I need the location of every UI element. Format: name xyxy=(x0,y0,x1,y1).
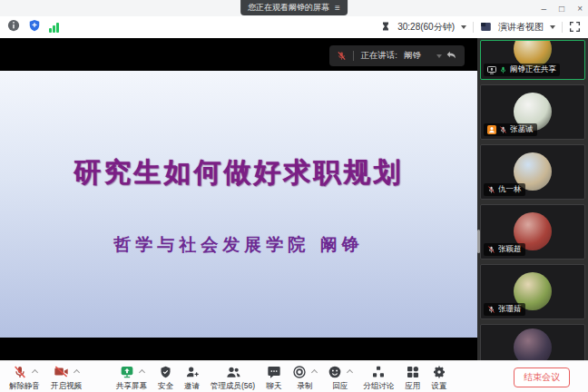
toolbar-item-label: 开启视频 xyxy=(51,381,82,392)
participant-name: 阚铮正在共享 xyxy=(510,64,556,75)
control-bar: 30:28(60分钟) 演讲者视图 xyxy=(0,16,588,38)
speaker-name: 阚铮 xyxy=(404,50,421,62)
sidebar-scrollbar[interactable] xyxy=(477,230,480,253)
toolbar-item-chat[interactable]: 聊天 xyxy=(260,364,287,392)
toolbar-item-label: 管理成员(56) xyxy=(211,381,255,392)
toolbar-item-settings[interactable]: 设置 xyxy=(426,364,452,392)
participant-label: 阚铮正在共享 xyxy=(484,64,560,76)
toolbar-item-members[interactable]: 管理成员(56) xyxy=(205,364,260,392)
watching-title: 您正在观看阚铮的屏幕 xyxy=(248,2,329,14)
caret-up-icon[interactable] xyxy=(311,369,318,376)
participant-list: 阚铮正在共享 张菡诚 xyxy=(480,40,585,360)
participant-tile[interactable]: 张颖超 xyxy=(480,204,585,260)
speaking-banner: 正在讲话: 阚铮 xyxy=(329,45,465,66)
toolbar-item-breakout[interactable]: 分组讨论 xyxy=(358,364,399,392)
apps-icon xyxy=(406,365,420,379)
meeting-info-icon[interactable] xyxy=(7,19,20,35)
toolbar-item-apps[interactable]: 应用 xyxy=(399,364,426,392)
collapse-arrow-icon[interactable] xyxy=(446,48,457,64)
maximize-button[interactable]: □ xyxy=(559,4,564,14)
toolbar-item-label: 回应 xyxy=(332,381,348,392)
dim-toggle-icon xyxy=(436,54,442,58)
security-shield-icon[interactable] xyxy=(28,19,41,35)
caret-up-icon[interactable] xyxy=(74,369,80,376)
participant-tile[interactable]: 阚铮正在共享 xyxy=(480,40,585,80)
participant-name: 张珊婧 xyxy=(498,304,522,315)
participant-tile[interactable] xyxy=(480,324,585,360)
participant-label: 张菡诚 xyxy=(484,123,537,136)
minimize-button[interactable]: – xyxy=(542,4,547,14)
participant-label: 张颖超 xyxy=(484,243,525,256)
record-icon xyxy=(292,365,307,379)
camera-muted-icon xyxy=(54,365,69,378)
speaking-label: 正在讲话: xyxy=(360,50,397,62)
view-dropdown-icon[interactable] xyxy=(550,25,555,29)
mic-muted-icon xyxy=(337,48,347,64)
toolbar-item-record[interactable]: 录制 xyxy=(287,364,322,392)
invite-icon xyxy=(185,365,200,379)
watching-banner[interactable]: 您正在观看阚铮的屏幕 ≡ xyxy=(240,0,348,15)
toolbar-item-shield[interactable]: 安全 xyxy=(152,364,179,392)
toolbar-item-label: 分组讨论 xyxy=(363,381,394,392)
caret-up-icon[interactable] xyxy=(347,369,353,376)
meeting-timer[interactable]: 30:28(60分钟) xyxy=(397,21,455,34)
slide-title: 研究生如何做好求职规划 xyxy=(0,154,477,191)
hourglass-icon xyxy=(380,21,391,34)
breakout-icon xyxy=(371,365,386,379)
toolbar-items: 解除静音 开启视频 共享屏幕 安全 邀请 管理成员(56) xyxy=(4,364,452,392)
avatar xyxy=(514,328,552,360)
toolbar-item-label: 安全 xyxy=(158,381,173,392)
mic-muted-icon xyxy=(487,185,495,194)
reaction-icon xyxy=(328,365,342,379)
toolbar-item-label: 解除静音 xyxy=(9,381,40,392)
toolbar-item-screen-share[interactable]: 共享屏幕 xyxy=(111,364,152,392)
toolbar-item-invite[interactable]: 邀请 xyxy=(179,364,205,392)
toolbar-item-reaction[interactable]: 回应 xyxy=(322,364,358,392)
participant-label: 张珊婧 xyxy=(484,303,525,316)
host-icon xyxy=(487,125,496,134)
shield-icon xyxy=(159,365,172,379)
meeting-window: 您正在观看阚铮的屏幕 ≡ – □ × 30:28(60分钟) xyxy=(0,0,588,392)
toolbar-item-label: 应用 xyxy=(405,381,420,392)
toolbar-item-label: 共享屏幕 xyxy=(116,381,147,392)
settings-icon xyxy=(432,365,446,379)
mic-on-icon xyxy=(499,65,507,74)
members-icon xyxy=(225,365,241,379)
participant-tile[interactable]: 张菡诚 xyxy=(480,84,585,140)
list-menu-icon[interactable]: ≡ xyxy=(335,4,340,13)
screen-share-icon xyxy=(120,365,134,379)
end-meeting-button[interactable]: 结束会议 xyxy=(514,368,570,387)
toolbar-item-label: 设置 xyxy=(431,381,446,392)
shared-slide: 研究生如何做好求职规划 哲学与社会发展学院 阚铮 xyxy=(0,71,477,338)
participant-name: 仇一林 xyxy=(498,184,522,195)
caret-up-icon[interactable] xyxy=(138,369,144,376)
title-bar: 您正在观看阚铮的屏幕 ≡ – □ × xyxy=(0,0,588,16)
mic-muted-icon xyxy=(13,365,27,379)
toolbar-item-label: 聊天 xyxy=(266,381,281,392)
mic-muted-icon xyxy=(487,245,495,254)
mic-muted-icon xyxy=(499,125,507,134)
toolbar-item-label: 录制 xyxy=(297,381,312,392)
close-button[interactable]: × xyxy=(577,4,583,14)
participant-tile[interactable]: 张珊婧 xyxy=(480,264,585,319)
caret-up-icon[interactable] xyxy=(31,369,37,376)
layout-view-icon xyxy=(480,21,492,34)
participant-name: 张颖超 xyxy=(498,244,522,255)
fullscreen-icon[interactable] xyxy=(569,21,581,34)
participant-name: 张菡诚 xyxy=(510,124,534,135)
screen-share-chip-icon xyxy=(487,66,496,74)
shared-screen-stage: 研究生如何做好求职规划 哲学与社会发展学院 阚铮 正在讲话: 阚铮 xyxy=(0,38,477,360)
toolbar-item-mic-muted[interactable]: 解除静音 xyxy=(4,364,45,392)
chat-icon xyxy=(267,365,281,379)
toolbar-item-camera-muted[interactable]: 开启视频 xyxy=(45,364,87,392)
view-mode-selector[interactable]: 演讲者视图 xyxy=(498,21,544,34)
bottom-toolbar: 解除静音 开启视频 共享屏幕 安全 邀请 管理成员(56) xyxy=(0,360,588,392)
network-signal-icon[interactable] xyxy=(49,23,59,33)
participant-tile[interactable]: 仇一林 xyxy=(480,144,585,200)
participant-sidebar: 阚铮正在共享 张菡诚 xyxy=(477,38,588,360)
timer-dropdown-icon[interactable] xyxy=(461,25,466,29)
slide-subtitle: 哲学与社会发展学院 阚铮 xyxy=(0,233,477,257)
mic-muted-icon xyxy=(487,305,495,314)
toolbar-item-label: 邀请 xyxy=(184,381,200,392)
participant-label: 仇一林 xyxy=(484,183,525,196)
